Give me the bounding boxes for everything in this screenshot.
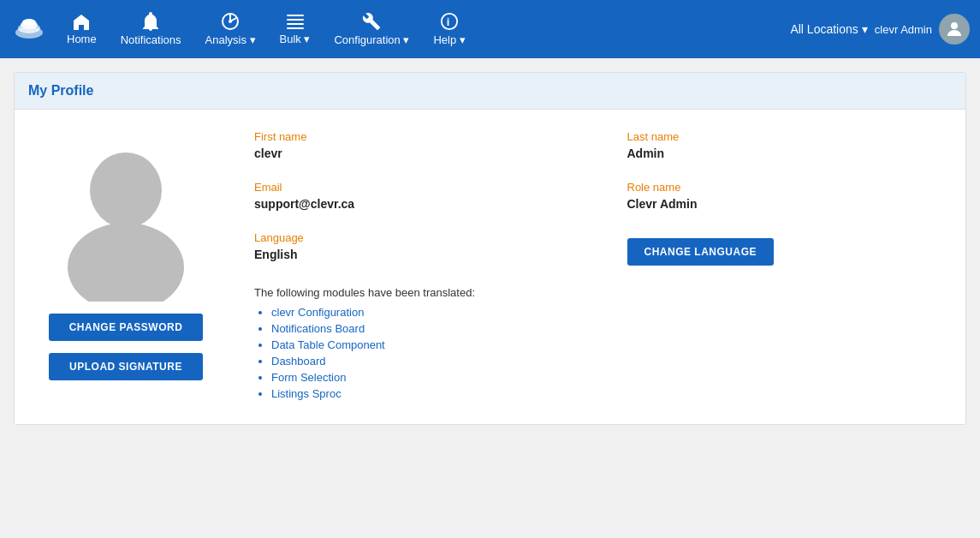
upload-signature-button[interactable]: UPLOAD SIGNATURE [49, 353, 203, 380]
profile-card: My Profile CHANGE PASSWORD UPLOAD SIGNAT… [14, 72, 966, 425]
page-title: My Profile [28, 83, 93, 98]
modules-section: The following modules have been translat… [254, 286, 948, 404]
email-value: support@clevr.ca [254, 197, 576, 211]
role-value: Clevr Admin [627, 197, 949, 211]
profile-left: CHANGE PASSWORD UPLOAD SIGNATURE [32, 130, 220, 404]
navbar: Home Notifications Analysis ▾ [0, 0, 980, 58]
user-name: clevr Admin [875, 23, 932, 36]
profile-avatar [49, 130, 203, 302]
nav-help[interactable]: i Help ▾ [423, 5, 475, 53]
home-label: Home [67, 33, 97, 45]
user-avatar[interactable] [939, 14, 970, 45]
nav-right: All Locations ▾ clevr Admin [790, 14, 970, 45]
svg-point-14 [68, 223, 184, 302]
help-label: Help ▾ [433, 33, 465, 46]
card-body: CHANGE PASSWORD UPLOAD SIGNATURE First n… [15, 110, 965, 424]
nav-bulk[interactable]: Bulk ▾ [270, 6, 321, 52]
svg-text:i: i [447, 15, 450, 28]
language-label: Language [254, 231, 576, 244]
first-name-group: First name clevr [254, 130, 576, 160]
change-language-section: CHANGE LANGUAGE [627, 231, 949, 266]
nav-configuration[interactable]: Configuration ▾ [324, 5, 419, 53]
list-item: Form Selection [271, 371, 948, 384]
location-chevron: ▾ [862, 22, 868, 36]
list-item: clevr Configuration [271, 306, 948, 319]
last-name-group: Last name Admin [627, 130, 949, 160]
email-group: Email support@clevr.ca [254, 181, 576, 211]
profile-fields: First name clevr Last name Admin Email s… [254, 130, 948, 404]
notifications-label: Notifications [121, 33, 181, 46]
list-item: Listings Sproc [271, 387, 948, 400]
first-name-label: First name [254, 130, 576, 143]
modules-list: clevr ConfigurationNotifications BoardDa… [254, 306, 948, 400]
location-label: All Locations [790, 22, 858, 36]
language-group: Language English [254, 231, 576, 266]
modules-intro: The following modules have been translat… [254, 286, 948, 299]
first-name-value: clevr [254, 146, 576, 160]
role-label: Role name [627, 181, 949, 194]
svg-rect-6 [287, 15, 304, 16]
role-group: Role name Clevr Admin [627, 181, 949, 211]
svg-rect-7 [287, 19, 304, 21]
nav-home[interactable]: Home [56, 6, 107, 52]
svg-rect-8 [287, 23, 304, 25]
email-label: Email [254, 181, 576, 194]
avatar-icon [944, 19, 965, 39]
bulk-icon [286, 13, 305, 30]
configuration-label: Configuration ▾ [334, 33, 409, 46]
home-icon [72, 13, 91, 30]
last-name-label: Last name [627, 130, 949, 143]
language-value: English [254, 248, 576, 261]
svg-point-3 [22, 19, 36, 26]
change-password-button[interactable]: CHANGE PASSWORD [49, 314, 203, 341]
list-item: Dashboard [271, 355, 948, 368]
bulk-label: Bulk ▾ [280, 33, 311, 45]
list-item: Data Table Component [271, 338, 948, 351]
nav-notifications[interactable]: Notifications [110, 5, 192, 53]
brand-logo[interactable] [10, 10, 48, 48]
nav-user: clevr Admin [875, 23, 932, 36]
analysis-icon [221, 12, 240, 31]
list-item: Notifications Board [271, 322, 948, 335]
wrench-icon [362, 12, 381, 31]
nav-items: Home Notifications Analysis ▾ [56, 5, 790, 53]
svg-point-13 [90, 152, 162, 228]
svg-rect-9 [287, 27, 304, 29]
location-selector[interactable]: All Locations ▾ [790, 22, 867, 36]
change-language-button[interactable]: CHANGE LANGUAGE [627, 238, 775, 266]
card-header: My Profile [15, 73, 965, 110]
bell-icon [142, 12, 159, 31]
content-wrapper: My Profile CHANGE PASSWORD UPLOAD SIGNAT… [0, 58, 980, 439]
analysis-label: Analysis ▾ [205, 33, 256, 46]
help-icon: i [440, 12, 459, 31]
last-name-value: Admin [627, 146, 949, 160]
svg-point-12 [951, 22, 958, 29]
svg-point-5 [229, 20, 232, 23]
nav-analysis[interactable]: Analysis ▾ [195, 5, 266, 53]
